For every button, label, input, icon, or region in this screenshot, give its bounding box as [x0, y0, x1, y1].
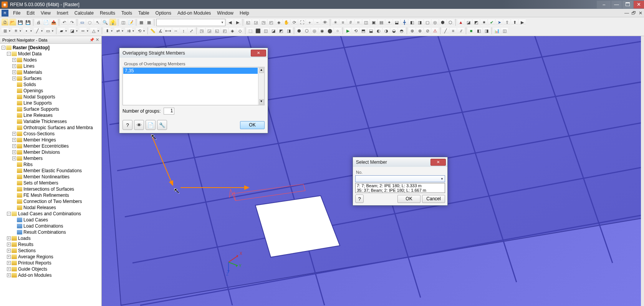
help-icon[interactable]: ? [355, 195, 364, 203]
menu-view[interactable]: View [38, 10, 54, 17]
minimize-button[interactable]: — [611, 1, 622, 8]
undo-icon[interactable]: ↶ [61, 19, 68, 26]
prev-icon[interactable]: ◀ [227, 19, 233, 26]
dim-icon[interactable]: ↔ [172, 27, 179, 34]
misc-icon[interactable]: ⟲ [352, 27, 359, 34]
tree-item[interactable]: Load Cases [0, 217, 101, 223]
misc-icon[interactable]: ◉ [319, 27, 326, 34]
ok-button[interactable]: OK [397, 195, 421, 203]
tree-item[interactable]: +Printout Reports [0, 260, 101, 266]
tree-item[interactable]: +Member Divisions [0, 149, 101, 155]
print-icon[interactable]: 🖨 [35, 19, 42, 26]
tree-item[interactable]: Member Elastic Foundations [0, 168, 101, 174]
next-icon[interactable]: ▶ [234, 19, 241, 26]
axes-icon[interactable]: ╋ [401, 19, 408, 26]
member-view-icon[interactable]: ⫽ [457, 27, 464, 34]
tree-item[interactable]: Variable Thicknesses [0, 118, 101, 125]
view-icon[interactable]: ◱ [245, 19, 252, 26]
misc-icon[interactable]: ⬆ [511, 19, 518, 26]
cancel-button[interactable]: Cancel [422, 195, 445, 203]
tree-item[interactable]: +Add-on Modules [0, 272, 101, 278]
selection-icon[interactable]: ◨ [285, 27, 292, 34]
view-icon[interactable]: ◳ [260, 19, 267, 26]
view-icon[interactable]: ◰ [268, 19, 275, 26]
menu-edit[interactable]: Edit [23, 10, 38, 17]
misc-icon[interactable]: ⬢ [296, 27, 303, 34]
menu-options[interactable]: Options [152, 10, 174, 17]
export-list-icon[interactable]: 📄 [146, 120, 156, 130]
dialog-titlebar[interactable]: Overlapping Straight Members ✕ [119, 48, 268, 58]
listbox-scrollbar[interactable]: ▲ ▼ [258, 67, 264, 105]
menu-results[interactable]: Results [97, 10, 118, 17]
dim-icon[interactable]: ↕ [180, 27, 187, 34]
misc-icon[interactable]: ✳ [332, 19, 339, 26]
misc-icon[interactable]: ⬡ [447, 19, 454, 26]
save-icon[interactable]: 💾 [17, 19, 24, 26]
misc-icon[interactable]: ⊗ [416, 27, 423, 34]
tree-item[interactable]: Line Releases [0, 112, 101, 118]
zoomfit-icon[interactable]: ⛶ [298, 19, 305, 26]
rect-icon[interactable]: ▭ [45, 27, 51, 34]
tree-item[interactable]: +Results [0, 241, 101, 248]
block-icon[interactable]: ◫ [120, 19, 127, 26]
printreport-icon[interactable]: 📄 [43, 19, 50, 26]
tree-item[interactable]: +Cross-Sections [0, 131, 101, 137]
calc-icon[interactable]: ▲ [457, 19, 464, 26]
table-icon[interactable]: ▦ [138, 19, 145, 26]
misc-icon[interactable]: ◒ [391, 27, 397, 34]
new-icon[interactable]: 🗋 [2, 19, 8, 26]
lasso-icon[interactable]: ◌ [86, 19, 93, 26]
vertical-scrollbar[interactable] [641, 36, 644, 306]
selection-icon[interactable]: ◩ [278, 27, 285, 34]
viewcube-icon[interactable]: ◇ [237, 27, 243, 34]
line-icon[interactable]: ╱ [34, 27, 41, 34]
tree-item[interactable]: FE Mesh Refinements [0, 192, 101, 198]
eye-icon[interactable]: 👁 [321, 19, 328, 26]
selection-icon[interactable]: ⬛ [255, 27, 262, 34]
tree-item[interactable]: Nodal Releases [0, 205, 101, 211]
list-item[interactable]: 7,35 [123, 68, 258, 74]
misc-icon[interactable]: ➤ [496, 19, 503, 26]
tree-lcc[interactable]: − Load Cases and Combinations [0, 211, 101, 217]
angle-icon[interactable]: ∡ [157, 27, 164, 34]
misc-icon[interactable]: ▶ [519, 19, 526, 26]
color-icon[interactable]: ◧ [475, 27, 482, 34]
tree-item[interactable]: Member Nonlinearities [0, 174, 101, 180]
export-icon[interactable]: 📤 [50, 19, 57, 26]
misc-icon[interactable]: ◎ [432, 19, 439, 26]
isometric-icon[interactable]: ◈ [275, 19, 282, 26]
dialog-close-button[interactable]: ✕ [251, 50, 266, 57]
navigator-tree[interactable]: − Raster [Desktop] − Model Data +Nodes+L… [0, 44, 101, 306]
tree-item[interactable]: Orthotropic Surfaces and Membra [0, 125, 101, 131]
misc-icon[interactable]: # [347, 19, 354, 26]
ok-button[interactable]: OK [240, 121, 265, 129]
menu-addons[interactable]: Add-on Modules [174, 10, 214, 17]
select-icon[interactable]: ▭ [79, 19, 86, 26]
member-icon[interactable]: ═ [79, 27, 86, 34]
misc-icon[interactable]: ⬓ [368, 27, 374, 34]
view-icon[interactable]: ◲ [252, 19, 259, 26]
tree-item[interactable]: Solids [0, 81, 101, 88]
tree-item[interactable]: +Guide Objects [0, 266, 101, 272]
find-icon[interactable]: 🔍 [102, 19, 109, 26]
tree-item[interactable]: +Member Hinges [0, 137, 101, 143]
menu-file[interactable]: File [10, 10, 23, 17]
pointer-icon[interactable]: ↖ [94, 19, 101, 26]
color-icon[interactable]: ◫ [501, 27, 508, 34]
member-combo[interactable]: ▼ [355, 175, 445, 182]
tree-item[interactable]: Result Combinations [0, 229, 101, 235]
misc-icon[interactable]: ⇪ [503, 19, 510, 26]
tree-item[interactable]: +Sections [0, 248, 101, 254]
notes-icon[interactable]: 📝 [127, 19, 134, 26]
misc-icon[interactable]: ◎ [311, 27, 318, 34]
solid-icon[interactable]: ◪ [69, 27, 76, 34]
tree-item[interactable]: Connection of Two Members [0, 198, 101, 205]
fix-icon[interactable]: 🔧 [157, 120, 167, 130]
misc-icon[interactable]: ✦ [386, 19, 392, 26]
tree-item[interactable]: Line Supports [0, 100, 101, 106]
selection-icon[interactable]: ◪ [270, 27, 277, 34]
support-icon[interactable]: △ [90, 27, 97, 34]
misc-icon[interactable]: ▤ [378, 19, 385, 26]
color-icon[interactable]: ◨ [483, 27, 490, 34]
misc-icon[interactable]: ◓ [398, 27, 405, 34]
